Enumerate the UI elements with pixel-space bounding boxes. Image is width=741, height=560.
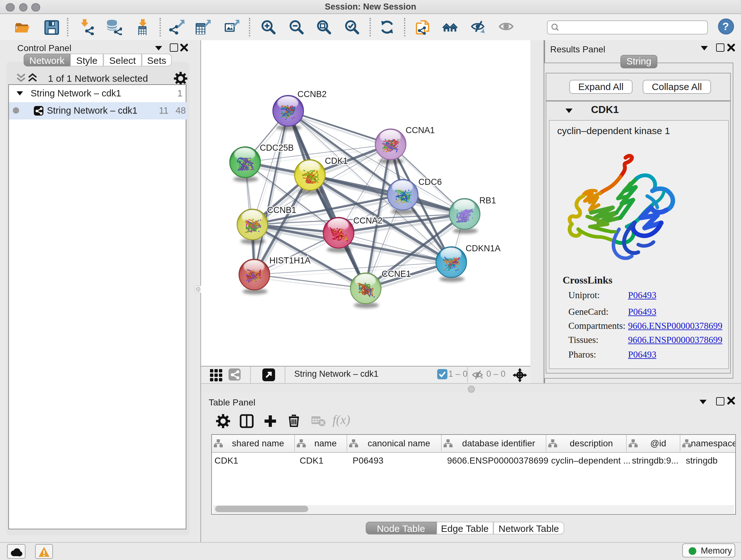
- svg-text:CDC6: CDC6: [418, 177, 442, 187]
- svg-text:CCNA1: CCNA1: [406, 125, 435, 135]
- svg-text:RB1: RB1: [479, 196, 496, 205]
- svg-text:CCNA2: CCNA2: [353, 216, 383, 226]
- svg-text:CCNB1: CCNB1: [267, 205, 296, 215]
- svg-text:CCNB2: CCNB2: [297, 89, 327, 99]
- svg-text:CCNE1: CCNE1: [382, 269, 411, 279]
- svg-text:CDKN1A: CDKN1A: [466, 244, 501, 253]
- svg-text:CDC25B: CDC25B: [260, 143, 294, 152]
- svg-text:HIST1H1A: HIST1H1A: [269, 256, 311, 265]
- svg-text:CDK1: CDK1: [325, 156, 348, 166]
